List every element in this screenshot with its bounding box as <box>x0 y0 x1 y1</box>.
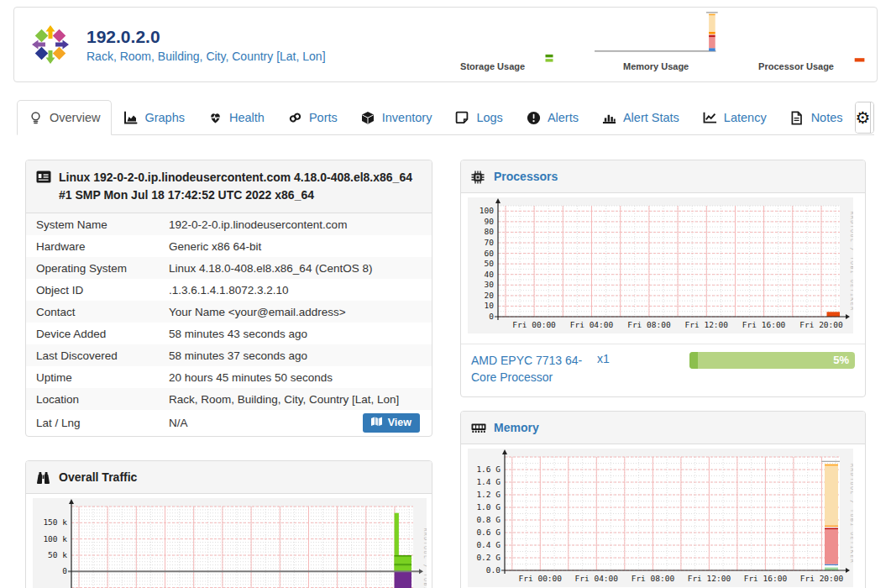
processor-usage-percent: 5% <box>833 352 849 369</box>
svg-text:30: 30 <box>485 280 495 289</box>
view-location-button[interactable]: View <box>363 413 420 433</box>
overall-traffic-graph[interactable]: 050 k100 k150 kFri 00:00Fri 04:00Fri 08:… <box>26 494 432 588</box>
memory-heading: Memory <box>461 412 865 444</box>
microchip-icon <box>471 171 486 184</box>
processor-usage-mini-graph[interactable]: Processor Usage <box>758 23 865 71</box>
svg-text:10: 10 <box>485 301 495 310</box>
svg-text:1.2 G: 1.2 G <box>476 490 501 499</box>
info-label: Device Added <box>26 324 169 344</box>
info-row-system-name: System Name192-0-2-0.ip.linodeuserconten… <box>26 213 432 235</box>
svg-text:Fri 12:00: Fri 12:00 <box>685 320 729 329</box>
tab-logs[interactable]: Logs <box>443 100 514 135</box>
svg-text:60: 60 <box>485 249 495 258</box>
svg-text:0.2 G: 0.2 G <box>476 553 501 562</box>
processor-usage-sparkline <box>854 23 865 63</box>
info-value: Your Name <your@email.address> <box>169 302 432 322</box>
svg-text:Fri 20:00: Fri 20:00 <box>799 320 843 329</box>
info-value: .1.3.6.1.4.1.8072.3.2.10 <box>169 281 432 300</box>
info-label: Uptime <box>26 368 169 387</box>
info-row-hardware: HardwareGeneric x86 64-bit <box>26 235 432 257</box>
processor-usage-label: Processor Usage <box>758 61 834 71</box>
tab-inventory[interactable]: Inventory <box>349 100 444 135</box>
svg-text:80: 80 <box>485 227 495 236</box>
memory-usage-mini-graph[interactable]: Memory Usage <box>592 12 720 71</box>
info-row-location: LocationRack, Room, Building, City, Coun… <box>26 388 432 410</box>
info-value: 58 minutes 37 seconds ago <box>169 346 432 365</box>
header-mini-graphs: Storage Usage Memory Usage Processor Usa… <box>460 12 865 78</box>
tab-health[interactable]: Health <box>197 100 276 135</box>
info-row-uptime: Uptime20 hours 45 minutes 50 seconds <box>26 366 432 388</box>
left-column: Linux 192-0-2-0.ip.linodeusercontent.com… <box>25 160 432 588</box>
storage-usage-sparkline <box>545 23 553 63</box>
memory-title-link[interactable]: Memory <box>494 421 539 434</box>
info-value: Rack, Room, Building, City, Country [Lat… <box>169 390 432 409</box>
processor-count: x1 <box>597 352 646 365</box>
device-more-button[interactable]: ⋮ <box>870 102 874 133</box>
svg-text:100 k: 100 k <box>43 534 67 543</box>
tab-notes[interactable]: Notes <box>778 100 855 135</box>
memory-usage-graph[interactable]: 0.00.2 G0.4 G0.6 G0.8 G1.0 G1.2 G1.4 G1.… <box>461 444 865 588</box>
info-value: 58 minutes 43 seconds ago <box>169 324 432 344</box>
svg-text:90: 90 <box>485 217 495 226</box>
tab-overview[interactable]: Overview <box>17 100 112 135</box>
tab-label: Ports <box>309 111 338 124</box>
overall-traffic-heading: Overall Traffic <box>26 461 432 494</box>
svg-text:40: 40 <box>485 270 495 279</box>
tab-graphs[interactable]: Graphs <box>112 100 197 135</box>
cube-icon <box>361 111 375 125</box>
svg-text:0.0: 0.0 <box>486 565 501 575</box>
gear-icon: ⚙ <box>856 108 871 128</box>
info-row-lat-lng: Lat / LngN/AView <box>26 410 432 436</box>
device-header-card: 192.0.2.0 Rack, Room, Building, City, Co… <box>13 7 878 82</box>
system-info-table: System Name192-0-2-0.ip.linodeuserconten… <box>26 213 432 436</box>
info-label: System Name <box>26 215 169 234</box>
svg-text:1.6 G: 1.6 G <box>476 465 501 474</box>
info-label: Last Discovered <box>26 346 169 365</box>
info-label: Contact <box>26 302 169 322</box>
link-icon <box>288 111 302 125</box>
processor-usage-graph[interactable]: 0102030405060708090100Fri 00:00Fri 04:00… <box>461 193 865 344</box>
overall-traffic-panel: Overall Traffic 050 k100 k150 kFri 00:00… <box>25 460 432 588</box>
tab-ports[interactable]: Ports <box>276 100 349 135</box>
device-settings-button[interactable]: ⚙ <box>856 102 871 133</box>
svg-text:Fri 04:00: Fri 04:00 <box>575 574 619 583</box>
device-titles: 192.0.2.0 Rack, Room, Building, City, Co… <box>86 27 326 63</box>
binoculars-icon <box>36 471 51 485</box>
tab-alert-stats[interactable]: Alert Stats <box>590 100 691 135</box>
memory-usage-sparkline <box>592 12 720 59</box>
info-label: Object ID <box>26 281 169 300</box>
svg-text:Fri 16:00: Fri 16:00 <box>742 320 786 329</box>
tab-label: Health <box>229 111 265 124</box>
lightbulb-icon <box>29 111 43 125</box>
svg-text:70: 70 <box>485 238 495 247</box>
svg-text:0.4 G: 0.4 G <box>476 540 501 549</box>
device-actions-group: ⚙ ⋮ <box>855 102 874 134</box>
processors-title-link[interactable]: Processors <box>494 170 558 183</box>
heartbeat-icon <box>208 111 223 125</box>
svg-text:Fri 00:00: Fri 00:00 <box>512 320 556 329</box>
svg-text:1.4 G: 1.4 G <box>476 477 501 486</box>
svg-text:Fri 08:00: Fri 08:00 <box>627 320 671 329</box>
svg-text:Fri 12:00: Fri 12:00 <box>688 574 731 583</box>
tab-label: Alert Stats <box>623 111 679 124</box>
device-location-link[interactable]: Rack, Room, Building, City, Country [Lat… <box>86 50 326 63</box>
tab-alerts[interactable]: Alerts <box>515 100 590 135</box>
processor-name-link[interactable]: AMD EPYC 7713 64-Core Processor <box>471 352 597 386</box>
device-tabs: OverviewGraphsHealthPortsInventoryLogsAl… <box>17 100 855 134</box>
tab-label: Graphs <box>144 111 185 124</box>
info-value: Generic x86 64-bit <box>169 237 432 256</box>
kebab-icon: ⋮ <box>871 108 874 127</box>
device-title-link[interactable]: 192.0.2.0 <box>86 27 326 47</box>
info-value: 192-0-2-0.ip.linodeusercontent.com <box>169 215 432 234</box>
svg-text:50 k: 50 k <box>48 550 67 559</box>
info-label: Operating System <box>26 259 169 278</box>
device-identity: 192.0.2.0 Rack, Room, Building, City, Co… <box>31 24 326 65</box>
tab-latency[interactable]: Latency <box>691 100 778 135</box>
info-row-contact: ContactYour Name <your@email.address> <box>26 301 432 323</box>
info-row-object-id: Object ID.1.3.6.1.4.1.8072.3.2.10 <box>26 279 432 301</box>
info-value: 20 hours 45 minutes 50 seconds <box>169 368 432 387</box>
storage-usage-mini-graph[interactable]: Storage Usage <box>460 23 553 71</box>
svg-text:RRDTOOL / TOBI OETIKER: RRDTOOL / TOBI OETIKER <box>422 528 427 588</box>
svg-text:RRDTOOL / TOBI OETIKER: RRDTOOL / TOBI OETIKER <box>849 211 853 311</box>
processors-heading: Processors <box>461 160 865 193</box>
